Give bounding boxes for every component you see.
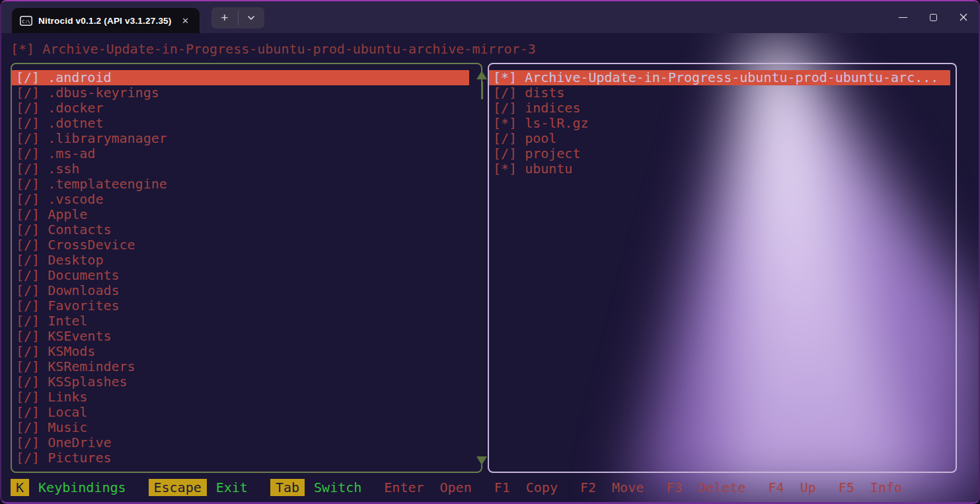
file-list-item[interactable]: [/] .docker [12, 101, 469, 116]
minimize-icon [899, 17, 907, 18]
file-list-item[interactable]: [/] .android [12, 70, 469, 85]
tab-dropdown-button[interactable] [239, 7, 265, 28]
file-list-item[interactable]: [/] .librarymanager [12, 131, 469, 146]
action-label: Keybindings [38, 480, 126, 495]
terminal-icon: C:\ [20, 16, 32, 26]
file-list-item[interactable]: [/] .templateengine [12, 177, 469, 192]
key-label: Tab [270, 479, 305, 496]
file-list-item[interactable]: [/] KSReminders [12, 359, 469, 374]
action-label: Copy [526, 480, 558, 495]
file-list-item[interactable]: [/] Desktop [12, 253, 469, 268]
right-panel: [*] Archive-Update-in-Progress-ubuntu-pr… [488, 63, 957, 473]
file-list-item[interactable]: [*] ls-lR.gz [489, 116, 950, 131]
keybinding[interactable]: F2 Move [580, 480, 644, 495]
tab-close-icon[interactable]: ✕ [178, 15, 193, 26]
file-list-item[interactable]: [/] Links [12, 390, 469, 405]
window-controls [887, 1, 979, 33]
scrollbar[interactable] [476, 71, 488, 465]
file-list-item[interactable]: [/] .ms-ad [12, 146, 469, 161]
file-list-item[interactable]: [/] Pictures [12, 450, 469, 466]
file-list-item[interactable]: [/] Documents [12, 268, 469, 283]
file-list-item[interactable]: [/] pool [489, 131, 950, 146]
terminal-content: [*] Archive-Update-in-Progress-ubuntu-pr… [1, 33, 979, 502]
key-label: F2 [580, 480, 596, 495]
action-label: Up [800, 480, 816, 495]
file-manager-panels: [/] .android[/] .dbus-keyrings[/] .docke… [11, 63, 979, 473]
file-list-item[interactable]: [/] Favorites [12, 298, 469, 314]
scrollbar-track[interactable] [481, 99, 482, 456]
keybinding[interactable]: F3 Delete [666, 480, 745, 495]
key-label: F5 [839, 480, 854, 495]
action-label: Delete [698, 480, 745, 495]
svg-text:C:\: C:\ [22, 19, 30, 24]
file-list-item[interactable]: [/] KSEvents [12, 329, 469, 344]
titlebar: C:\ Nitrocid v0.1.2 (API v3.1.27.35) ✕ + [1, 1, 979, 33]
file-list-item[interactable]: [/] .dotnet [12, 116, 469, 131]
key-label: Enter [384, 480, 424, 495]
file-list-item[interactable]: [/] Intel [12, 314, 469, 329]
minimize-button[interactable] [887, 1, 918, 33]
file-list-item[interactable]: [/] CrossDevice [12, 237, 469, 253]
scroll-down-icon[interactable] [476, 456, 487, 465]
tabbar-buttons: + [211, 7, 264, 28]
file-list-item[interactable]: [/] Apple [12, 207, 469, 222]
action-label: Open [440, 480, 472, 495]
keybinding[interactable]: Tab Switch [270, 479, 361, 496]
tab-title: Nitrocid v0.1.2 (API v3.1.27.35) [38, 16, 172, 26]
file-list-item[interactable]: [/] Local [12, 405, 469, 420]
key-label: F3 [666, 480, 682, 495]
file-list-item[interactable]: [/] KSSplashes [12, 374, 469, 390]
file-list-item[interactable]: [/] .ssh [12, 161, 469, 177]
file-list-item[interactable]: [/] .dbus-keyrings [12, 85, 469, 101]
close-button[interactable] [948, 1, 979, 33]
key-label: F1 [494, 480, 510, 495]
action-label: Move [612, 480, 644, 495]
maximize-button[interactable] [918, 1, 948, 33]
file-list-item[interactable]: [/] .vscode [12, 192, 469, 207]
left-panel: [/] .android[/] .dbus-keyrings[/] .docke… [11, 63, 482, 473]
keybinding[interactable]: K Keybindings [11, 479, 126, 496]
file-list-item[interactable]: [/] KSMods [12, 344, 469, 359]
keybinding[interactable]: Escape Exit [149, 479, 248, 496]
key-label: K [11, 479, 29, 496]
file-list-item[interactable]: [/] OneDrive [12, 435, 469, 450]
file-list-item[interactable]: [/] indices [489, 101, 950, 116]
terminal-window: C:\ Nitrocid v0.1.2 (API v3.1.27.35) ✕ + [0, 0, 980, 504]
tab-nitrocid[interactable]: C:\ Nitrocid v0.1.2 (API v3.1.27.35) ✕ [12, 8, 200, 33]
keybinding[interactable]: F1 Copy [494, 480, 558, 495]
file-list-item[interactable]: [/] Contacts [12, 222, 469, 237]
close-icon [959, 13, 968, 22]
left-file-list: [/] .android[/] .dbus-keyrings[/] .docke… [12, 64, 481, 466]
key-label: Escape [149, 479, 207, 496]
action-label: Exit [216, 480, 248, 495]
file-list-item[interactable]: [/] dists [489, 85, 950, 101]
scrollbar-thumb[interactable] [481, 81, 483, 99]
maximize-icon [930, 14, 937, 21]
keybinding[interactable]: F4 Up [769, 480, 816, 495]
chevron-down-icon [247, 15, 255, 21]
right-file-list: [*] Archive-Update-in-Progress-ubuntu-pr… [489, 64, 956, 177]
action-label: Switch [314, 480, 361, 495]
keybinding[interactable]: F5 Info [839, 480, 902, 495]
file-list-item[interactable]: [*] ubuntu [489, 161, 950, 177]
action-label: Info [870, 480, 902, 495]
file-list-item[interactable]: [*] Archive-Update-in-Progress-ubuntu-pr… [489, 70, 950, 85]
file-list-item[interactable]: [/] Downloads [12, 283, 469, 298]
key-label: F4 [769, 480, 784, 495]
keybindings-bar: K Keybindings Escape Exit Tab Switch Ent… [11, 473, 979, 502]
scroll-up-icon[interactable] [476, 71, 487, 79]
current-selection-status: [*] Archive-Update-in-Progress-ubuntu-pr… [11, 41, 979, 57]
new-tab-button[interactable]: + [211, 7, 238, 28]
file-list-item[interactable]: [/] Music [12, 420, 469, 435]
file-list-item[interactable]: [/] project [489, 146, 950, 161]
keybinding[interactable]: Enter Open [384, 480, 471, 495]
